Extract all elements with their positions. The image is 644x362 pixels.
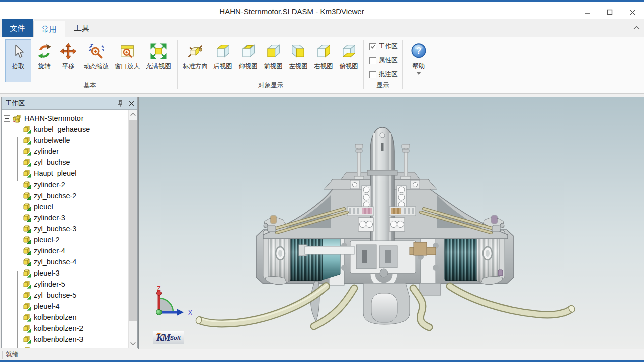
ribbon-button-fit-view[interactable]: 充满视图: [143, 39, 174, 81]
orientation-triad: Z X: [148, 286, 196, 326]
ribbon-button-back-view[interactable]: 后视图: [210, 39, 235, 81]
tree-item[interactable]: Haupt_pleuel: [2, 168, 128, 179]
ribbon: 拾取 旋转 平移 动态缩放 窗口放大 充满视图 基本 标准方向 后视图 仰视图 …: [0, 37, 644, 94]
close-button[interactable]: [625, 7, 640, 17]
dropdown-arrow-icon: [416, 72, 421, 75]
group-label-basic: 基本: [5, 81, 174, 90]
checkbox-workspace[interactable]: 工作区: [369, 42, 398, 51]
pan-arrows-icon: [60, 43, 76, 60]
status-text: 就绪: [6, 350, 18, 359]
checkbox-box: [369, 71, 376, 78]
cube-left-icon: [290, 43, 306, 60]
scrollbar-thumb[interactable]: [129, 120, 137, 321]
tree-item[interactable]: zylinder-5: [2, 279, 128, 290]
checkbox-box: [369, 43, 376, 50]
part-icon: [23, 136, 31, 145]
tab-home[interactable]: 常用: [33, 21, 65, 37]
help-icon: [410, 43, 427, 60]
pin-panel-button[interactable]: [115, 98, 125, 108]
ribbon-collapse-button[interactable]: [631, 22, 642, 33]
window-bottom-accent: [0, 360, 644, 362]
chevron-down-icon: [130, 342, 136, 345]
scroll-up-button[interactable]: [129, 110, 137, 119]
checkmark-icon: [370, 44, 376, 49]
assembly-icon: [12, 114, 22, 123]
tree-item[interactable]: zylinder-2: [2, 179, 128, 190]
engine-model: [139, 97, 644, 349]
cube-back-icon: [215, 43, 231, 60]
group-label-display: 显示: [363, 81, 403, 90]
ribbon-tab-bar: 文件 常用 工具: [0, 19, 644, 37]
tree-item[interactable]: kolbenbolzen-2: [2, 323, 128, 334]
tree-item[interactable]: kolbenbolzen: [2, 312, 128, 323]
part-icon: [23, 214, 31, 222]
tree-item[interactable]: zylinder-4: [2, 245, 128, 256]
window-title: HAHN-Sternmotor.SLDASM - Km3DViewer: [0, 7, 584, 16]
cube-front-icon: [265, 43, 281, 60]
part-icon: [23, 269, 31, 278]
tree-item[interactable]: kolbenbolzen-3: [2, 334, 128, 345]
title-bar: HAHN-Sternmotor.SLDASM - Km3DViewer: [0, 2, 644, 19]
cube-top-icon: [341, 43, 357, 60]
tree-item[interactable]: pleuel-3: [2, 267, 128, 279]
tree-item[interactable]: zyl_buchse-5: [2, 290, 128, 301]
tree-item-partial[interactable]: [2, 345, 128, 348]
tree-item[interactable]: pleuel-4: [2, 301, 128, 312]
tree-item[interactable]: zyl_buchse: [2, 157, 128, 168]
help-button[interactable]: 帮助: [406, 39, 432, 81]
ribbon-button-bottom-view[interactable]: 仰视图: [235, 39, 261, 81]
ribbon-button-left-view[interactable]: 左视图: [286, 39, 311, 81]
part-icon: [23, 225, 31, 233]
chevron-up-icon: [633, 26, 640, 30]
tab-tools[interactable]: 工具: [65, 19, 98, 37]
part-icon: [23, 291, 31, 300]
dynamic-zoom-icon: [88, 43, 104, 60]
part-icon: [23, 324, 31, 333]
tree-item[interactable]: zyl_buchse-2: [2, 190, 128, 201]
close-panel-button[interactable]: [126, 98, 136, 108]
tree-item[interactable]: zyl_buchse-4: [2, 256, 128, 267]
part-icon: [23, 247, 31, 255]
tab-file[interactable]: 文件: [2, 19, 33, 37]
tree-item[interactable]: zylinder: [2, 146, 128, 157]
tree-item[interactable]: kurbelwelle: [2, 135, 128, 146]
cube-bottom-icon: [240, 43, 256, 60]
part-icon: [23, 180, 31, 189]
tree-item[interactable]: zyl_buchse-3: [2, 223, 128, 234]
tree-item[interactable]: pleuel: [2, 201, 128, 212]
viewport-canvas[interactable]: Z X KM Soft: [138, 97, 644, 349]
collapse-toggle[interactable]: [4, 115, 10, 122]
tree-item[interactable]: pleuel-2: [2, 234, 128, 245]
part-icon: [23, 203, 31, 211]
tree-item[interactable]: kurbel_gehaeuse: [2, 124, 128, 135]
maximize-button[interactable]: [602, 7, 617, 17]
tree-item-root[interactable]: HAHN-Sternmotor: [2, 113, 128, 124]
minimize-button[interactable]: [580, 7, 595, 17]
ribbon-button-dynamic-zoom[interactable]: 动态缩放: [80, 39, 112, 81]
ribbon-button-standard-view[interactable]: 标准方向: [180, 39, 210, 81]
tree-scrollbar[interactable]: [128, 110, 137, 348]
checkbox-properties[interactable]: 属性区: [369, 56, 398, 65]
tree-item[interactable]: zylinder-3: [2, 212, 128, 223]
part-icon: [23, 346, 31, 348]
ribbon-button-rotate[interactable]: 旋转: [32, 39, 56, 81]
group-separator: [403, 40, 403, 89]
checkbox-box: [369, 57, 376, 64]
ribbon-button-pick[interactable]: 拾取: [5, 39, 31, 82]
kmsoft-logo: KM Soft: [153, 331, 184, 344]
ribbon-button-right-view[interactable]: 右视图: [311, 39, 336, 81]
minimize-icon: [584, 9, 590, 15]
ribbon-button-front-view[interactable]: 前视图: [261, 39, 286, 81]
fit-view-icon: [150, 43, 167, 60]
rotate-icon: [36, 43, 52, 60]
part-icon: [23, 313, 31, 322]
scroll-down-button[interactable]: [129, 339, 137, 348]
assembly-tree: HAHN-Sternmotor kurbel_gehaeuse kurbelwe…: [2, 110, 128, 348]
checkbox-annotations[interactable]: 批注区: [369, 70, 398, 79]
window-zoom-icon: [119, 43, 135, 60]
cube-right-icon: [315, 43, 332, 60]
part-icon: [23, 147, 31, 156]
ribbon-button-top-view[interactable]: 俯视图: [336, 39, 361, 81]
ribbon-button-window-zoom[interactable]: 窗口放大: [112, 39, 143, 81]
ribbon-button-pan[interactable]: 平移: [56, 39, 80, 81]
